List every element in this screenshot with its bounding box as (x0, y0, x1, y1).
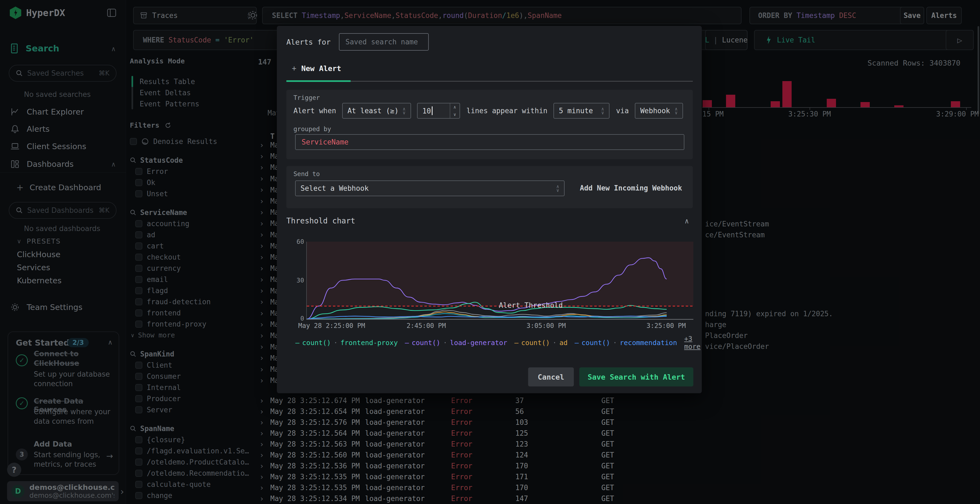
number-spinner[interactable]: ∧∨ (450, 103, 460, 118)
interval-select[interactable]: 5 minute ∧∨ (554, 103, 609, 119)
grouped-by-input[interactable]: ServiceName (295, 134, 684, 150)
tab-underline-active (286, 80, 351, 82)
x-axis-label: May 28 2:25:00 PM (298, 322, 365, 329)
send-to-section: Send to Select a Webhook ∧∨ Add New Inco… (286, 166, 693, 208)
tab-label: New Alert (301, 64, 341, 73)
collapse-chart-icon[interactable]: ∧ (685, 217, 689, 225)
x-axis-label: 3:05:00 PM (527, 322, 566, 329)
y-tick-30: 30 (291, 277, 304, 284)
chevron-updown-icon: ∧∨ (675, 107, 678, 114)
lines-within-label: lines appear within (466, 107, 547, 115)
create-alert-modal: Alerts for Saved search name + New Alert… (277, 26, 702, 393)
chevron-updown-icon: ∧∨ (601, 107, 604, 114)
legend-sep: · (334, 339, 337, 347)
x-axis-label: 2:45:00 PM (406, 322, 446, 329)
grouped-by-value: ServiceName (302, 138, 348, 146)
legend-dash: — (405, 339, 409, 347)
y-tick-60: 60 (291, 238, 304, 245)
spinner-up-icon: ∧ (453, 105, 456, 110)
channel-select[interactable]: Webhook ∧∨ (635, 103, 683, 119)
legend-entry[interactable]: — count() · recommendation (575, 339, 677, 347)
trigger-section: Trigger Alert when At least (≥) ∧∨ 10 ∧∨… (286, 90, 693, 159)
legend-count: count() (521, 339, 550, 347)
trigger-label: Trigger (293, 94, 320, 101)
legend-dash: — (514, 339, 518, 347)
chevron-updown-icon: ∧∨ (557, 184, 559, 192)
add-webhook-button[interactable]: Add New Incoming Webhook (580, 184, 682, 192)
tab-new-alert[interactable]: + New Alert (292, 64, 341, 73)
cancel-button[interactable]: Cancel (528, 367, 574, 386)
webhook-select[interactable]: Select a Webhook ∧∨ (295, 180, 565, 196)
tab-underline-track (351, 81, 693, 82)
legend-entry[interactable]: — count() · load-generator (405, 339, 507, 347)
alert-when-label: Alert when (293, 107, 336, 115)
legend-series-name: recommendation (620, 339, 677, 347)
legend-count: count() (302, 339, 331, 347)
x-axis-labels: May 28 2:25:00 PM2:45:00 PM3:05:00 PM3:2… (306, 322, 693, 330)
legend-count: count() (412, 339, 440, 347)
via-label: via (616, 107, 629, 115)
y-tick-0: 0 (291, 315, 304, 322)
plus-icon: + (292, 64, 296, 73)
legend-series-name: ad (559, 339, 568, 347)
modal-title: Alerts for (286, 38, 331, 46)
chart-legend: — count() · frontend-proxy — count() · l… (295, 335, 693, 350)
legend-count: count() (581, 339, 610, 347)
grouped-by-label: grouped by (293, 126, 331, 132)
x-axis-label: 3:25:00 PM (646, 322, 686, 329)
legend-sep: · (553, 339, 557, 347)
legend-series-name: frontend-proxy (340, 339, 398, 347)
saved-search-name-placeholder: Saved search name (345, 38, 418, 46)
text-caret (432, 107, 433, 115)
legend-sep: · (443, 339, 447, 347)
legend-entry[interactable]: — count() · ad (514, 339, 568, 347)
threshold-number-input[interactable]: 10 ∧∨ (417, 103, 460, 119)
legend-series-name: load-generator (450, 339, 508, 347)
spinner-down-icon: ∨ (453, 112, 456, 117)
chevron-updown-icon: ∧∨ (402, 107, 405, 114)
save-search-with-alert-button[interactable]: Save Search with Alert (579, 367, 694, 386)
alert-threshold-text: Alert Threshold (499, 301, 563, 309)
send-to-label: Send to (293, 170, 320, 177)
legend-dash: — (575, 339, 579, 347)
saved-search-name-input[interactable]: Saved search name (339, 33, 429, 51)
legend-dash: — (295, 339, 299, 347)
legend-entry[interactable]: — count() · frontend-proxy (295, 339, 398, 347)
condition-select[interactable]: At least (≥) ∧∨ (342, 103, 411, 119)
threshold-chart-title: Threshold chart (286, 216, 355, 225)
legend-sep: · (613, 339, 617, 347)
legend-more-link[interactable]: +3 more (684, 335, 700, 350)
